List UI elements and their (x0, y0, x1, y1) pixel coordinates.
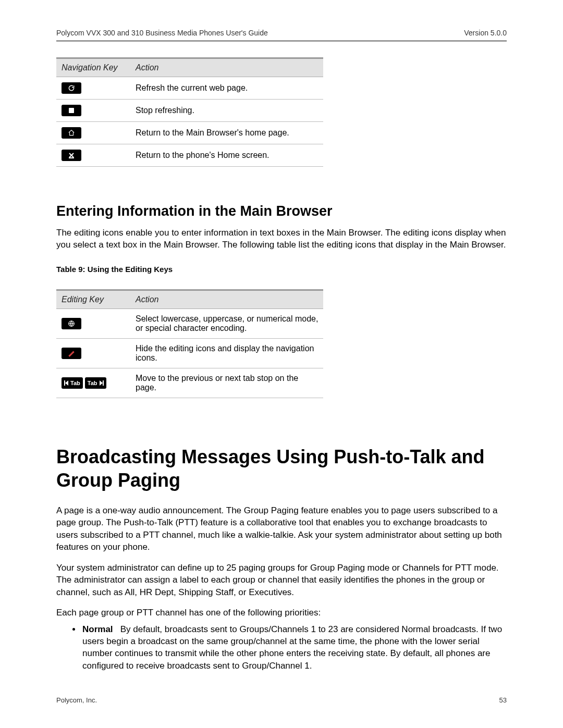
table-row: Hide the editing icons and display the n… (56, 338, 323, 368)
priority-list: Normal By default, broadcasts sent to Gr… (56, 623, 507, 672)
table-row: Return to the phone's Home screen. (56, 144, 323, 167)
tab-prev-key: Tab (62, 377, 83, 389)
table-row: Refresh the current web page. (56, 77, 323, 100)
refresh-icon (62, 82, 81, 94)
table-row: Tab Tab Move to the previous or next tab… (56, 368, 323, 398)
section-heading: Entering Information in the Main Browser (56, 203, 507, 219)
page-footer: Polycom, Inc. 53 (56, 696, 507, 704)
abc-mode-icon (62, 318, 81, 329)
action-text: Stop refreshing. (133, 100, 323, 122)
navigation-key-table: Navigation Key Action Refresh the curren… (56, 57, 323, 167)
chapter-heading: Broadcasting Messages Using Push-to-Talk… (56, 445, 507, 492)
section-paragraph: The editing icons enable you to enter in… (56, 227, 507, 251)
header-rule (56, 40, 507, 42)
page-header: Polycom VVX 300 and 310 Business Media P… (56, 29, 507, 37)
doc-title: Polycom VVX 300 and 310 Business Media P… (56, 29, 268, 37)
col-header-key: Navigation Key (56, 58, 133, 77)
chapter-paragraph: A page is a one-way audio announcement. … (56, 504, 507, 553)
chapter-paragraph: Each page group or PTT channel has one o… (56, 607, 507, 619)
col-header-key: Editing Key (56, 290, 133, 309)
table-row: Return to the Main Browser's home page. (56, 122, 323, 144)
col-header-action: Action (133, 290, 323, 309)
tab-label: Tab (88, 380, 97, 386)
svg-rect-0 (69, 108, 74, 113)
priority-desc: By default, broadcasts sent to Groups/Ch… (82, 624, 502, 671)
action-text: Return to the phone's Home screen. (133, 144, 323, 167)
col-header-action: Action (133, 58, 323, 77)
chapter-paragraph: Your system administrator can define up … (56, 562, 507, 598)
stop-icon (62, 105, 81, 116)
table-row: Select lowercase, uppercase, or numerica… (56, 309, 323, 338)
edit-toggle-icon (62, 348, 81, 359)
priority-name: Normal (82, 624, 113, 634)
table-header-row: Editing Key Action (56, 290, 323, 309)
editing-key-table: Editing Key Action Select lowercase, upp… (56, 289, 323, 398)
table-header-row: Navigation Key Action (56, 58, 323, 77)
tab-label: Tab (70, 380, 80, 386)
tab-keys: Tab Tab (62, 377, 106, 389)
table-row: Stop refreshing. (56, 100, 323, 122)
footer-page-number: 53 (499, 696, 507, 704)
action-text: Hide the editing icons and display the n… (133, 338, 323, 368)
table-caption: Table 9: Using the Editing Keys (56, 265, 507, 274)
tab-next-key: Tab (85, 377, 106, 389)
exit-icon (62, 150, 81, 161)
action-text: Move to the previous or next tab stop on… (133, 368, 323, 398)
action-text: Refresh the current web page. (133, 77, 323, 100)
doc-version: Version 5.0.0 (464, 29, 507, 37)
action-text: Select lowercase, uppercase, or numerica… (133, 309, 323, 338)
action-text: Return to the Main Browser's home page. (133, 122, 323, 144)
home-icon (62, 127, 81, 139)
list-item: Normal By default, broadcasts sent to Gr… (81, 623, 507, 672)
footer-company: Polycom, Inc. (56, 696, 97, 704)
